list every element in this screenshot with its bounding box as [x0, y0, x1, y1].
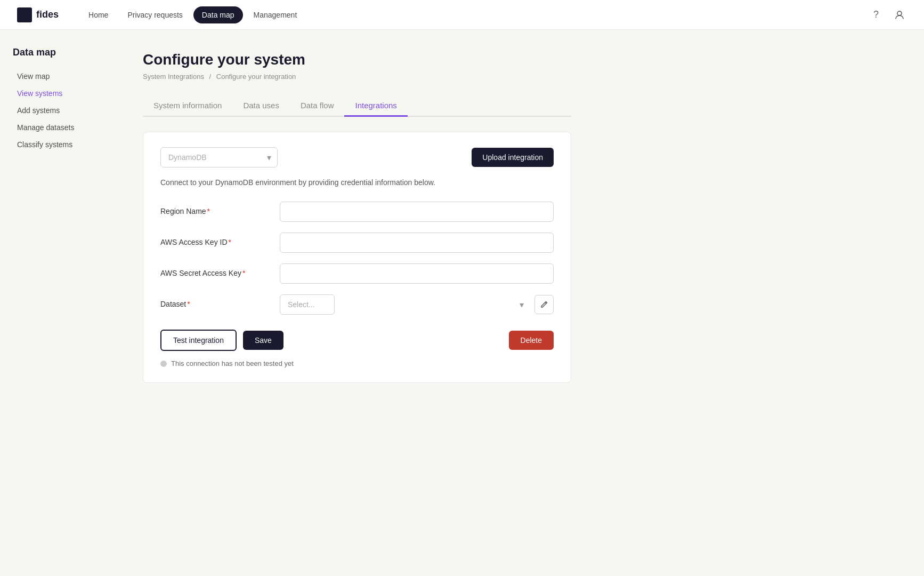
- tab-integrations[interactable]: Integrations: [344, 95, 407, 117]
- connection-status: This connection has not been tested yet: [160, 359, 554, 367]
- dataset-label: Dataset*: [160, 294, 267, 308]
- dataset-select[interactable]: Select...: [280, 294, 335, 315]
- tab-system-information[interactable]: System information: [143, 95, 232, 117]
- sidebar-item-manage-datasets[interactable]: Manage datasets: [13, 120, 104, 135]
- page-layout: Data map View map View systems Add syste…: [0, 30, 924, 576]
- nav-home[interactable]: Home: [80, 6, 117, 23]
- aws-secret-key-input[interactable]: [280, 263, 554, 284]
- aws-secret-key-label: AWS Secret Access Key*: [160, 263, 267, 277]
- logo-icon: [17, 7, 32, 22]
- aws-secret-key-group: AWS Secret Access Key*: [160, 263, 554, 284]
- breadcrumb: System Integrations / Configure your int…: [143, 73, 571, 81]
- aws-access-key-input[interactable]: [280, 233, 554, 253]
- breadcrumb-root[interactable]: System Integrations: [143, 73, 204, 81]
- connection-description: Connect to your DynamoDB environment by …: [160, 178, 554, 187]
- tabs: System information Data uses Data flow I…: [143, 95, 571, 117]
- delete-button[interactable]: Delete: [509, 331, 554, 350]
- region-name-required: *: [207, 207, 210, 215]
- aws-access-key-label: AWS Access Key ID*: [160, 233, 267, 246]
- sidebar: Data map View map View systems Add syste…: [0, 30, 117, 576]
- nav-links: Home Privacy requests Data map Managemen…: [80, 6, 869, 23]
- dataset-edit-button[interactable]: [534, 295, 554, 314]
- dataset-select-wrapper: Select...: [280, 294, 530, 315]
- status-dot: [160, 361, 167, 367]
- tab-data-flow[interactable]: Data flow: [290, 95, 345, 117]
- sidebar-item-view-map[interactable]: View map: [13, 69, 104, 84]
- region-name-group: Region Name*: [160, 202, 554, 222]
- save-button[interactable]: Save: [243, 331, 283, 350]
- svg-point-0: [897, 11, 902, 15]
- main-content: Configure your system System Integration…: [117, 30, 597, 576]
- test-integration-button[interactable]: Test integration: [160, 330, 237, 351]
- nav-management[interactable]: Management: [245, 6, 306, 23]
- connection-status-text: This connection has not been tested yet: [171, 359, 294, 367]
- aws-access-key-group: AWS Access Key ID*: [160, 233, 554, 253]
- breadcrumb-sep: /: [209, 73, 212, 81]
- user-icon[interactable]: [892, 7, 907, 22]
- help-icon[interactable]: ?: [869, 7, 884, 22]
- logo: fides: [17, 7, 59, 22]
- dataset-group: Dataset* Select...: [160, 294, 554, 315]
- top-navigation: fides Home Privacy requests Data map Man…: [0, 0, 924, 30]
- sidebar-title: Data map: [13, 47, 104, 58]
- sidebar-item-add-systems[interactable]: Add systems: [13, 103, 104, 118]
- breadcrumb-current: Configure your integration: [216, 73, 296, 81]
- integration-type-select[interactable]: DynamoDB: [160, 147, 278, 167]
- nav-icons: ?: [869, 7, 907, 22]
- dataset-row: Select...: [280, 294, 554, 315]
- integration-form: DynamoDB Upload integration Connect to y…: [143, 132, 571, 383]
- nav-privacy-requests[interactable]: Privacy requests: [119, 6, 191, 23]
- tab-data-uses[interactable]: Data uses: [232, 95, 290, 117]
- nav-data-map[interactable]: Data map: [193, 6, 243, 23]
- region-name-input[interactable]: [280, 202, 554, 222]
- dataset-required: *: [187, 300, 190, 308]
- action-row: Test integration Save Delete: [160, 330, 554, 351]
- integration-type-dropdown-wrapper: DynamoDB: [160, 147, 278, 167]
- aws-access-key-required: *: [229, 238, 231, 246]
- logo-text: fides: [36, 9, 59, 20]
- page-title: Configure your system: [143, 51, 571, 68]
- sidebar-item-view-systems[interactable]: View systems: [13, 86, 104, 101]
- aws-secret-key-required: *: [242, 269, 245, 277]
- sidebar-item-classify-systems[interactable]: Classify systems: [13, 137, 104, 152]
- region-name-label: Region Name*: [160, 202, 267, 215]
- upload-integration-button[interactable]: Upload integration: [472, 148, 554, 167]
- integration-top-row: DynamoDB Upload integration: [160, 147, 554, 167]
